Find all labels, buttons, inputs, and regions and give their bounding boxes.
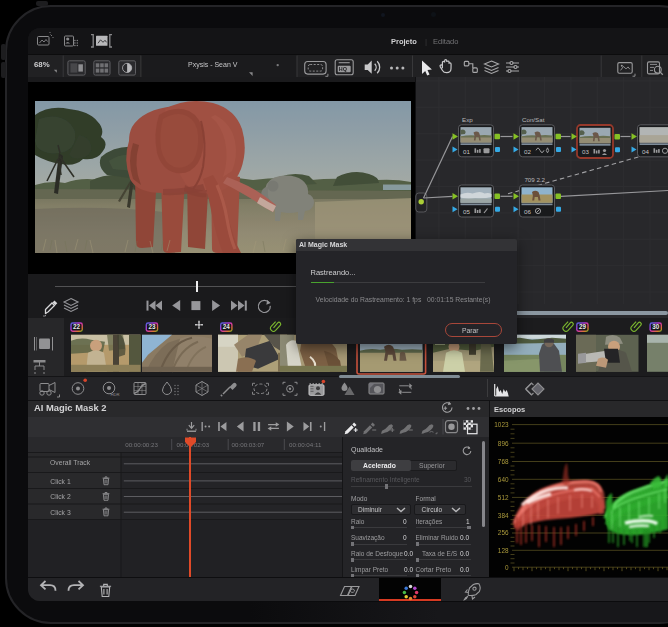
svg-text:05: 05 xyxy=(463,208,470,215)
svg-text:384: 384 xyxy=(498,512,509,519)
svg-text:06: 06 xyxy=(524,208,531,215)
svg-text:Click 1: Click 1 xyxy=(50,477,71,484)
svg-text:30: 30 xyxy=(652,323,660,330)
svg-text:Exp: Exp xyxy=(462,116,473,123)
svg-text:HQ: HQ xyxy=(339,66,347,72)
svg-text:04: 04 xyxy=(642,148,649,155)
svg-text:Click 2: Click 2 xyxy=(50,493,71,500)
svg-text:02: 02 xyxy=(524,148,531,155)
svg-text:00:00:04:11: 00:00:04:11 xyxy=(289,441,322,448)
svg-text:22: 22 xyxy=(73,323,81,330)
svg-text:640: 640 xyxy=(498,476,509,483)
svg-text:768: 768 xyxy=(498,458,509,465)
svg-text:256: 256 xyxy=(498,529,509,536)
svg-text:709 2.2: 709 2.2 xyxy=(524,176,545,183)
svg-text:00:00:03:07: 00:00:03:07 xyxy=(232,441,265,448)
svg-text:03: 03 xyxy=(582,148,589,155)
svg-text:29: 29 xyxy=(579,323,587,330)
svg-text:1023: 1023 xyxy=(494,421,509,428)
svg-text:Click 3: Click 3 xyxy=(50,508,71,515)
svg-text:HDR: HDR xyxy=(111,392,120,397)
svg-text:Overall Track: Overall Track xyxy=(50,458,91,465)
svg-text:0: 0 xyxy=(505,564,509,571)
svg-text:128: 128 xyxy=(498,547,509,554)
svg-text:Con/Sat: Con/Sat xyxy=(522,116,545,123)
svg-text:512: 512 xyxy=(498,494,509,501)
svg-text:00:00:00:23: 00:00:00:23 xyxy=(125,441,158,448)
svg-text:896: 896 xyxy=(498,440,509,447)
svg-text:01: 01 xyxy=(463,148,470,155)
svg-text:24: 24 xyxy=(223,323,231,330)
svg-text:23: 23 xyxy=(148,323,156,330)
